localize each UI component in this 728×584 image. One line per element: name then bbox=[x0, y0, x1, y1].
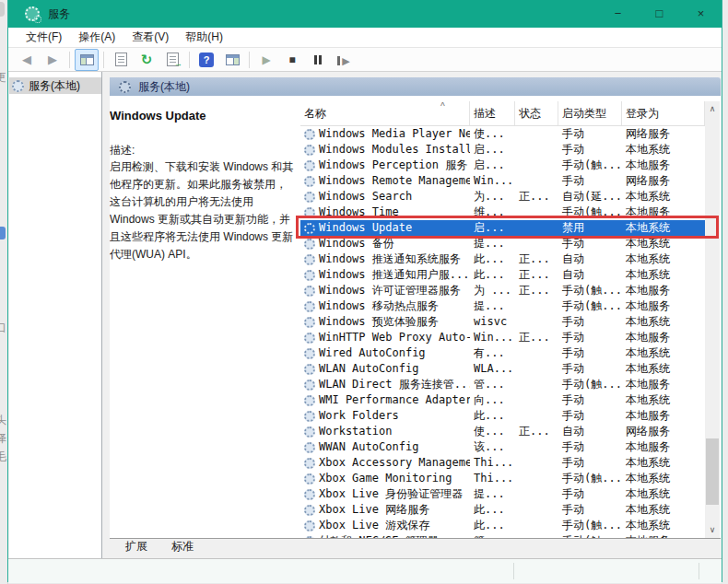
service-name-cell[interactable]: Workstation bbox=[300, 424, 470, 439]
service-name-cell[interactable]: WLAN AutoConfig bbox=[300, 361, 470, 377]
service-name-cell[interactable]: Xbox Accessory Manageme... bbox=[300, 455, 470, 471]
service-name-cell[interactable]: Xbox Live 身份验证管理器 bbox=[300, 486, 470, 502]
service-name-cell[interactable]: Windows Remote Manageme... bbox=[300, 173, 470, 189]
help-icon[interactable]: ? bbox=[194, 49, 218, 71]
forward-icon[interactable]: ▶ bbox=[41, 49, 65, 71]
view-tab-standard[interactable]: 标准 bbox=[160, 539, 205, 555]
table-row[interactable]: Windows Modules Installer启...手动本地系统 bbox=[300, 142, 705, 158]
panel-splitter[interactable] bbox=[102, 72, 110, 558]
service-name-cell[interactable]: WinHTTP Web Proxy Auto-... bbox=[300, 330, 470, 345]
service-name-cell[interactable]: Windows 推送通知系统服务 bbox=[300, 251, 470, 267]
service-name-cell[interactable]: Windows 推送通知用户服... bbox=[300, 267, 470, 283]
tree-item-services-local[interactable]: 服务(本地) bbox=[9, 77, 101, 94]
service-name-cell[interactable]: Windows Search bbox=[300, 189, 470, 204]
table-row[interactable]: Windows 推送通知系统服务此...正...自动本地系统 bbox=[300, 251, 705, 267]
table-row[interactable]: Windows Update启...禁用本地系统 bbox=[300, 220, 705, 236]
scroll-up-icon[interactable]: ∧ bbox=[705, 101, 720, 116]
service-name-cell[interactable]: Windows Update bbox=[300, 220, 470, 236]
table-row[interactable]: Workstation使...正...自动网络服务 bbox=[300, 424, 705, 439]
service-logon-cell: 网络服务 bbox=[622, 126, 705, 142]
table-row[interactable]: Work Folders此...手动本地服务 bbox=[300, 408, 705, 424]
service-startup-type-cell: 手动 bbox=[558, 173, 622, 189]
view-tab-extended[interactable]: 扩展 bbox=[114, 539, 159, 555]
service-name-cell[interactable]: Xbox Live 游戏保存 bbox=[300, 518, 470, 533]
menu-item[interactable]: 帮助(H) bbox=[177, 28, 231, 47]
list-header: 名称 ^ 描述 状态 启动类型 登录为 bbox=[300, 101, 705, 126]
service-status-cell bbox=[515, 439, 558, 455]
back-icon[interactable]: ◀ bbox=[15, 49, 39, 71]
service-name-cell[interactable]: Windows 预览体验服务 bbox=[300, 314, 470, 330]
start-service-icon[interactable]: ▶ bbox=[254, 49, 278, 71]
menu-item[interactable]: 查看(V) bbox=[123, 28, 177, 47]
properties-icon[interactable] bbox=[109, 49, 133, 71]
console-tree-icon[interactable] bbox=[75, 49, 99, 71]
stop-service-icon[interactable]: ■ bbox=[280, 49, 304, 71]
column-header-logon-as[interactable]: 登录为 bbox=[622, 101, 705, 125]
refresh-icon[interactable]: ↻ bbox=[135, 49, 159, 71]
table-row[interactable]: Wired AutoConfig有...手动本地系统 bbox=[300, 345, 705, 361]
service-name-cell[interactable]: WMI Performance Adapter bbox=[300, 392, 470, 408]
service-name-cell[interactable]: Windows 许可证管理器服务 bbox=[300, 283, 470, 298]
table-row[interactable]: Windows 预览体验服务wisvc手动本地系统 bbox=[300, 314, 705, 330]
service-status-cell bbox=[515, 314, 558, 330]
table-row[interactable]: Xbox Game MonitoringThi...手动(触...本地系统 bbox=[300, 471, 705, 486]
service-gear-icon bbox=[304, 458, 315, 469]
table-row[interactable]: Windows Time维...手动(触...本地服务 bbox=[300, 204, 705, 220]
table-row[interactable]: Windows 备份提...手动本地系统 bbox=[300, 236, 705, 251]
service-logon-cell: 本地系统 bbox=[622, 518, 705, 533]
table-row[interactable]: WWAN AutoConfig该...手动本地服务 bbox=[300, 439, 705, 455]
service-name-cell[interactable]: Xbox Game Monitoring bbox=[300, 471, 470, 486]
service-name-cell[interactable]: Windows Perception 服务 bbox=[300, 158, 470, 173]
pause-service-icon[interactable] bbox=[306, 49, 330, 71]
menu-item[interactable]: 操作(A) bbox=[70, 28, 123, 47]
table-row[interactable]: Windows Media Player Ne...使...手动网络服务 bbox=[300, 126, 705, 142]
table-row[interactable]: Xbox Live 身份验证管理器提...手动本地系统 bbox=[300, 486, 705, 502]
table-row[interactable]: Xbox Live 游戏保存此...手动(触...本地系统 bbox=[300, 518, 705, 533]
column-header-status[interactable]: 状态 bbox=[515, 101, 558, 125]
title-bar[interactable]: 服务 − □ × bbox=[8, 0, 722, 28]
service-description-cell: Win... bbox=[470, 173, 515, 189]
service-gear-icon bbox=[304, 301, 315, 312]
service-startup-type-cell: 手动 bbox=[558, 392, 622, 408]
export-list-icon[interactable]: → bbox=[160, 49, 184, 71]
table-row[interactable]: Windows Perception 服务启...手动(触...本地服务 bbox=[300, 158, 705, 173]
service-name-cell[interactable]: Windows Modules Installer bbox=[300, 142, 470, 158]
service-name-cell[interactable]: WLAN Direct 服务连接管... bbox=[300, 377, 470, 392]
column-header-description[interactable]: 描述 bbox=[470, 101, 515, 125]
service-status-cell bbox=[515, 158, 558, 173]
table-row[interactable]: Xbox Live 网络服务此...手动本地系统 bbox=[300, 502, 705, 518]
service-name-cell[interactable]: Xbox Live 网络服务 bbox=[300, 502, 470, 518]
table-row[interactable]: Xbox Accessory Manageme...Thi...手动本地系统 bbox=[300, 455, 705, 471]
table-row[interactable]: Windows 移动热点服务提...手动(触...本地服务 bbox=[300, 298, 705, 314]
service-name-cell[interactable]: Windows Media Player Ne... bbox=[300, 126, 470, 142]
vertical-scrollbar[interactable]: ∧ ∨ bbox=[705, 101, 720, 539]
panel-content: Windows Update 描述: 启用检测、下载和安装 Windows 和其… bbox=[110, 96, 721, 539]
description-label: 描述: bbox=[110, 143, 299, 158]
scrollbar-thumb[interactable] bbox=[706, 438, 719, 505]
service-name-cell[interactable]: Windows Time bbox=[300, 204, 470, 220]
scroll-down-icon[interactable]: ∨ bbox=[705, 522, 720, 537]
table-row[interactable]: WinHTTP Web Proxy Auto-...Win...正...手动本地… bbox=[300, 330, 705, 345]
restart-service-icon[interactable]: ▶ bbox=[332, 49, 356, 71]
service-name-cell[interactable]: Windows 备份 bbox=[300, 236, 470, 251]
table-row[interactable]: WLAN AutoConfigWLA...手动本地系统 bbox=[300, 361, 705, 377]
service-name-cell[interactable]: Wired AutoConfig bbox=[300, 345, 470, 361]
service-name-cell[interactable]: WWAN AutoConfig bbox=[300, 439, 470, 455]
service-description-cell: 使... bbox=[470, 126, 515, 142]
minimize-button[interactable]: − bbox=[597, 0, 639, 28]
table-row[interactable]: Windows Remote Manageme...Win...手动网络服务 bbox=[300, 173, 705, 189]
table-row[interactable]: WLAN Direct 服务连接管...管...手动(触...本地服务 bbox=[300, 377, 705, 392]
service-name-cell[interactable]: Work Folders bbox=[300, 408, 470, 424]
column-header-startup-type[interactable]: 启动类型 bbox=[558, 101, 622, 125]
service-name-cell[interactable]: Windows 移动热点服务 bbox=[300, 298, 470, 314]
column-header-name[interactable]: 名称 ^ bbox=[300, 101, 470, 125]
maximize-button[interactable]: □ bbox=[639, 0, 680, 28]
table-row[interactable]: Windows Search为...正...自动(延...本地系统 bbox=[300, 189, 705, 204]
service-gear-icon bbox=[304, 270, 315, 281]
menu-item[interactable]: 文件(F) bbox=[18, 28, 70, 47]
table-row[interactable]: WMI Performance Adapter向...手动本地系统 bbox=[300, 392, 705, 408]
close-button[interactable]: × bbox=[680, 0, 722, 28]
table-row[interactable]: Windows 许可证管理器服务为 ...正...手动(触...本地服务 bbox=[300, 283, 705, 298]
table-row[interactable]: Windows 推送通知用户服...此...正...自动本地系统 bbox=[300, 267, 705, 283]
action-pane-icon[interactable] bbox=[220, 49, 244, 71]
